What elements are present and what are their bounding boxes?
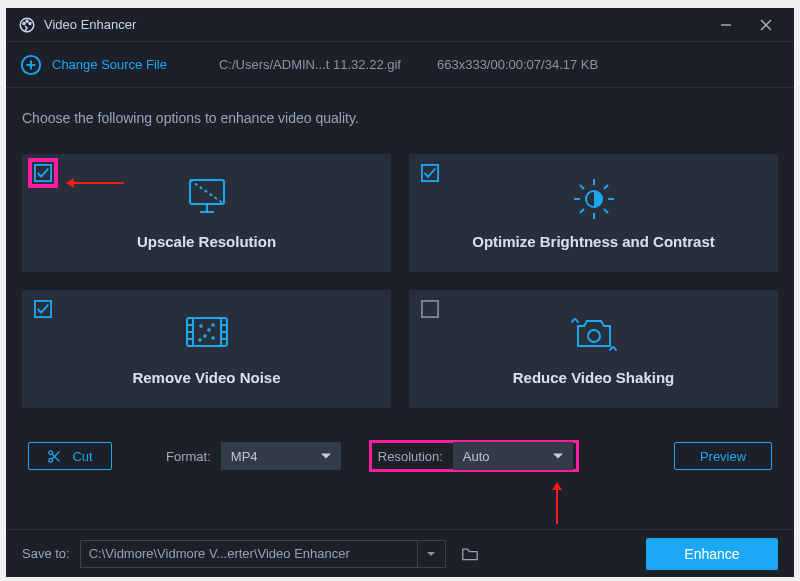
svg-point-43 (49, 450, 53, 454)
svg-rect-41 (422, 301, 438, 317)
svg-line-22 (604, 209, 608, 213)
resolution-select[interactable]: Auto (453, 442, 573, 470)
folder-icon (460, 546, 480, 562)
plus-circle-icon (20, 54, 42, 76)
cut-label: Cut (72, 449, 92, 464)
format-label: Format: (166, 449, 211, 464)
svg-line-12 (190, 180, 224, 204)
svg-point-35 (200, 325, 202, 327)
toolbar: Change Source File C:/Users/ADMIN...t 11… (6, 42, 794, 88)
option-label: Reduce Video Shaking (409, 369, 778, 386)
format-value: MP4 (231, 449, 258, 464)
monitor-upscale-icon (184, 176, 230, 218)
close-button[interactable] (746, 10, 786, 40)
source-file-meta: 663x333/00:00:07/34.17 KB (437, 57, 598, 72)
film-noise-icon (183, 312, 231, 352)
svg-rect-25 (35, 301, 51, 317)
chevron-down-icon (427, 552, 435, 556)
svg-point-36 (208, 329, 210, 331)
save-path-input[interactable]: C:\Vidmore\Vidmore V...erter\Video Enhan… (80, 540, 418, 568)
footer: Save to: C:\Vidmore\Vidmore V...erter\Vi… (6, 529, 794, 577)
svg-point-1 (23, 22, 25, 24)
scissors-icon (47, 449, 62, 464)
open-folder-button[interactable] (460, 546, 480, 562)
svg-point-39 (212, 337, 214, 339)
svg-point-44 (49, 458, 53, 462)
checkbox-icon[interactable] (421, 164, 439, 182)
annotation-arrow (556, 488, 558, 524)
svg-point-40 (199, 339, 201, 341)
source-file-path: C:/Users/ADMIN...t 11.32.22.gif (219, 57, 401, 72)
format-select[interactable]: MP4 (221, 442, 341, 470)
annotation-highlight-resolution: Resolution: Auto (369, 440, 579, 472)
change-source-button[interactable]: Change Source File (20, 54, 167, 76)
svg-point-37 (204, 335, 206, 337)
option-label: Upscale Resolution (22, 233, 391, 250)
controls-row: Cut Format: MP4 Resolution: Auto Preview (22, 438, 778, 474)
save-path-dropdown[interactable] (418, 540, 446, 568)
brightness-icon (571, 176, 617, 222)
instruction-text: Choose the following options to enhance … (22, 110, 778, 126)
palette-icon (18, 16, 36, 34)
svg-point-2 (26, 20, 28, 22)
svg-line-23 (604, 185, 608, 189)
svg-point-42 (588, 330, 600, 342)
options-grid: Upscale Resolution Optimize Brightness a… (22, 154, 778, 408)
minimize-button[interactable] (706, 10, 746, 40)
resolution-label: Resolution: (378, 449, 443, 464)
checkbox-icon[interactable] (34, 300, 52, 318)
cut-button[interactable]: Cut (28, 442, 112, 470)
svg-line-21 (580, 185, 584, 189)
chevron-down-icon (321, 454, 331, 459)
svg-point-38 (212, 324, 214, 326)
svg-line-24 (580, 209, 584, 213)
resolution-value: Auto (463, 449, 490, 464)
svg-point-3 (29, 22, 31, 24)
option-reduce-shaking[interactable]: Reduce Video Shaking (409, 290, 778, 408)
checkbox-icon[interactable] (421, 300, 439, 318)
option-label: Optimize Brightness and Contrast (409, 233, 778, 250)
titlebar: Video Enhancer (6, 8, 794, 42)
checkbox-icon[interactable] (34, 164, 52, 182)
svg-rect-10 (35, 165, 51, 181)
window-title: Video Enhancer (44, 17, 136, 32)
option-label: Remove Video Noise (22, 369, 391, 386)
save-to-label: Save to: (22, 546, 70, 561)
option-remove-noise[interactable]: Remove Video Noise (22, 290, 391, 408)
svg-rect-15 (422, 165, 438, 181)
enhance-button[interactable]: Enhance (646, 538, 778, 570)
change-source-label: Change Source File (52, 57, 167, 72)
option-upscale-resolution[interactable]: Upscale Resolution (22, 154, 391, 272)
preview-button[interactable]: Preview (674, 442, 772, 470)
save-path-value: C:\Vidmore\Vidmore V...erter\Video Enhan… (89, 546, 350, 561)
preview-label: Preview (700, 449, 746, 464)
chevron-down-icon (553, 454, 563, 459)
enhance-label: Enhance (684, 546, 739, 562)
option-optimize-brightness[interactable]: Optimize Brightness and Contrast (409, 154, 778, 272)
camera-shake-icon (568, 312, 620, 356)
